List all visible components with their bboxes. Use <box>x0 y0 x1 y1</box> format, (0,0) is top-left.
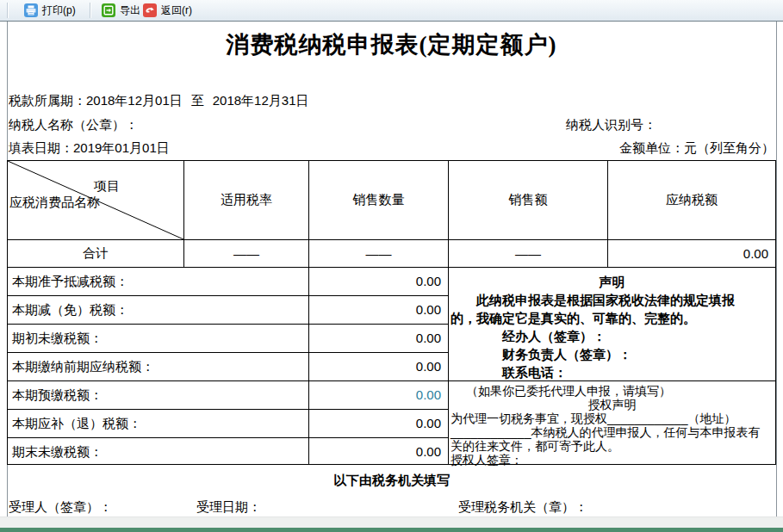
tax-period-end: 2018年12月31日 <box>213 93 309 108</box>
fill-date-label: 填表日期： <box>9 140 73 155</box>
row-value: 0.00 <box>309 410 449 438</box>
finance-chief-signature-label: 财务负责人（签章）： <box>502 345 775 363</box>
row-value: 0.00 <box>309 353 449 381</box>
receiving-agency-label: 受理税务机关（章）： <box>458 499 587 516</box>
authorization-text-line3: 关的往来文件，都可寄予此人。 <box>451 439 775 453</box>
print-button[interactable]: 打印(p) <box>21 2 79 19</box>
export-button[interactable]: 导出 <box>98 2 144 19</box>
column-header-quantity: 销售数量 <box>309 161 449 240</box>
authorization-title: 授权声明 <box>449 398 775 411</box>
receiver-signature-label: 受理人（签章）： <box>9 499 112 516</box>
bottom-gray-strip <box>0 517 783 529</box>
bottom-green-bar <box>0 528 783 532</box>
total-rate: —— <box>184 240 309 268</box>
fill-date-line: 填表日期：2019年01月01日 <box>9 140 170 155</box>
print-icon <box>24 3 38 17</box>
toolbar: 打印(p) 导出 <box>0 0 783 22</box>
page-title: 消费税纳税申报表(定期定额户) <box>0 29 783 60</box>
authorization-panel: （如果你已委托代理人申报，请填写） 授权声明 为代理一切税务事宜，现授权____… <box>449 381 776 465</box>
declaration-text-line2: 的，我确定它是真实的、可靠的、完整的。 <box>451 309 775 327</box>
receive-date-label: 受理日期： <box>196 499 261 516</box>
contact-phone-label: 联系电话： <box>502 363 775 381</box>
taxpayer-name-label: 纳税人名称（公章）： <box>9 117 138 132</box>
corner-label-product: 应税消费品名称 <box>9 195 100 211</box>
row-value: 0.00 <box>309 268 449 296</box>
toolbar-separator <box>7 3 9 18</box>
total-tax-amount: 0.00 <box>608 240 776 268</box>
row-label: 本期减（免）税额： <box>8 296 309 325</box>
toolbar-separator <box>90 3 91 18</box>
taxpayer-id-label: 纳税人识别号： <box>566 117 656 132</box>
back-button[interactable]: 返回(r) <box>140 2 196 19</box>
row-label: 期初未缴税额： <box>8 325 309 353</box>
row-label: 本期准予抵减税额： <box>8 268 309 296</box>
authorization-hint: （如果你已委托代理人申报，请填写） <box>466 384 775 398</box>
declaration-panel: 声明 此纳税申报表是根据国家税收法律的规定填报 的，我确定它是真实的、可靠的、完… <box>449 268 776 381</box>
tax-period-start: 2018年12月01日 <box>86 93 183 108</box>
row-value: 0.00 <box>309 438 449 465</box>
content-right-border <box>776 22 777 517</box>
declaration-title: 声明 <box>449 273 775 291</box>
print-button-label: 打印(p) <box>42 3 76 18</box>
total-row-label: 合计 <box>8 240 184 268</box>
back-icon <box>143 3 157 17</box>
authorizer-signature-label: 授权人签章： <box>451 453 775 467</box>
corner-label-item: 项目 <box>94 178 120 195</box>
total-sales: —— <box>449 240 608 268</box>
row-label: 本期应补（退）税额： <box>8 410 309 438</box>
back-button-label: 返回(r) <box>161 3 192 18</box>
tax-period-separator: 至 <box>191 93 204 109</box>
authorization-text-line2: ____________本纳税人的代理申报人，任何与本申报表有 <box>451 425 775 439</box>
column-header-tax: 应纳税额 <box>608 161 776 240</box>
page: 打印(p) 导出 <box>0 0 783 532</box>
declaration-text-line1: 此纳税申报表是根据国家税收法律的规定填报 <box>451 291 775 309</box>
corner-header-cell: 项目 应税消费品名称 <box>8 161 184 240</box>
prepaid-tax-value-link[interactable]: 0.00 <box>309 381 449 410</box>
export-icon <box>102 3 115 17</box>
authorization-text-line1: 为代理一切税务事宜，现授权____________（地址） <box>451 411 775 425</box>
fill-date-value: 2019年01月01日 <box>73 140 170 155</box>
handler-signature-label: 经办人（签章）： <box>502 327 775 345</box>
declaration-table: 项目 应税消费品名称 适用税率 销售数量 销售额 应纳税额 合计 —— —— —… <box>7 160 776 465</box>
row-label: 本期缴纳前期应纳税额： <box>8 353 309 381</box>
total-quantity: —— <box>309 240 449 268</box>
column-header-rate: 适用税率 <box>184 161 309 240</box>
tax-period-line: 税款所属期：2018年12月01日至2018年12月31日 <box>9 93 309 108</box>
export-button-label: 导出 <box>120 3 140 18</box>
row-label: 本期预缴税额： <box>8 381 309 410</box>
amount-unit-note: 金额单位：元（列至角分） <box>619 140 774 155</box>
row-label: 期末未缴税额： <box>8 438 309 465</box>
row-value: 0.00 <box>309 296 449 325</box>
tax-period-label: 税款所属期： <box>9 93 86 108</box>
tax-office-section-title: 以下由税务机关填写 <box>0 473 783 489</box>
row-value: 0.00 <box>309 325 449 353</box>
column-header-sales: 销售额 <box>449 161 608 240</box>
